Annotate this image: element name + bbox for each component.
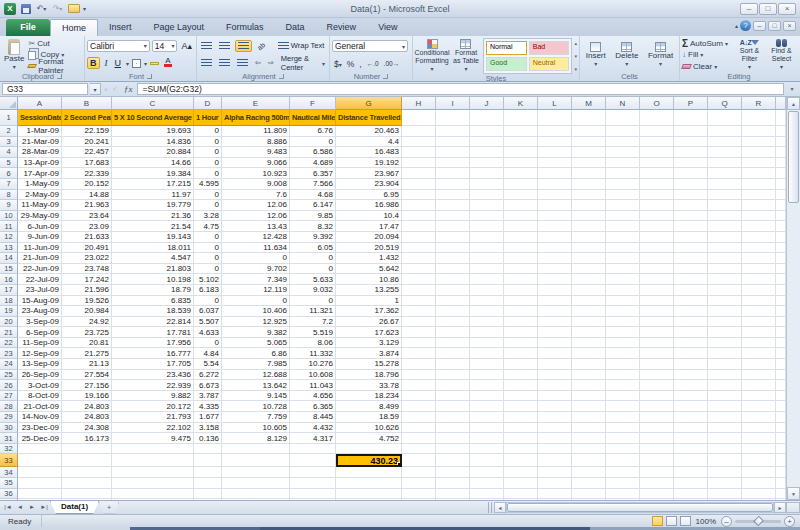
cell-M21[interactable] <box>572 327 606 338</box>
cell-F17[interactable]: 9.032 <box>290 285 336 296</box>
cell-O7[interactable] <box>640 179 674 190</box>
cell-F34[interactable] <box>290 467 336 478</box>
cell-G5[interactable]: 19.192 <box>336 158 402 169</box>
column-header-C[interactable]: C <box>112 97 194 110</box>
align-right-button[interactable] <box>235 57 250 69</box>
cell-A31[interactable]: 25-Dec-09 <box>18 433 62 444</box>
cell-O37[interactable] <box>640 499 674 500</box>
cell-P25[interactable] <box>674 370 708 381</box>
last-sheet-button[interactable]: ►| <box>38 502 50 513</box>
cell-J14[interactable] <box>470 253 504 264</box>
cell-I20[interactable] <box>436 317 470 328</box>
cell-R30[interactable] <box>742 423 776 434</box>
cell-I7[interactable] <box>436 179 470 190</box>
cell-R15[interactable] <box>742 264 776 275</box>
cell-C3[interactable]: 14.836 <box>112 137 194 148</box>
cell-L31[interactable] <box>538 433 572 444</box>
cell-P31[interactable] <box>674 433 708 444</box>
cell-L29[interactable] <box>538 412 572 423</box>
column-header-E[interactable]: E <box>222 97 290 110</box>
cell-A18[interactable]: 15-Aug-09 <box>18 296 62 307</box>
cell-L15[interactable] <box>538 264 572 275</box>
cell-N6[interactable] <box>606 168 640 179</box>
cell-I24[interactable] <box>436 359 470 370</box>
column-header-Q[interactable]: Q <box>708 97 742 110</box>
cell-M2[interactable] <box>572 126 606 137</box>
cell-A14[interactable]: 21-Jun-09 <box>18 253 62 264</box>
cell-O10[interactable] <box>640 211 674 222</box>
cell-A29[interactable]: 14-Nov-09 <box>18 412 62 423</box>
cell-P18[interactable] <box>674 296 708 307</box>
cell-R4[interactable] <box>742 147 776 158</box>
cell-D4[interactable]: 0 <box>194 147 222 158</box>
insert-worksheet-button[interactable]: + <box>99 502 119 514</box>
cell-H25[interactable] <box>402 370 436 381</box>
cell-D36[interactable] <box>194 489 222 500</box>
cell-L11[interactable] <box>538 221 572 232</box>
ribbon-tab-review[interactable]: Review <box>316 19 368 36</box>
cell-J19[interactable] <box>470 306 504 317</box>
cell-I30[interactable] <box>436 423 470 434</box>
vertical-scrollbar[interactable]: ▲ ▼ <box>786 97 800 500</box>
cell-B9[interactable]: 21.963 <box>62 200 112 211</box>
cell-K36[interactable] <box>504 489 538 500</box>
cell-E20[interactable]: 12.925 <box>222 317 290 328</box>
cell-D21[interactable]: 4.633 <box>194 327 222 338</box>
cell-H22[interactable] <box>402 338 436 349</box>
cell-G25[interactable]: 18.796 <box>336 370 402 381</box>
cell-J10[interactable] <box>470 211 504 222</box>
cell-F33[interactable] <box>290 454 336 467</box>
cell-K9[interactable] <box>504 200 538 211</box>
cell-H12[interactable] <box>402 232 436 243</box>
cell-H29[interactable] <box>402 412 436 423</box>
cell-L10[interactable] <box>538 211 572 222</box>
cell-H31[interactable] <box>402 433 436 444</box>
cell-B37[interactable] <box>62 499 112 500</box>
cell-D30[interactable]: 3.158 <box>194 423 222 434</box>
cell-O6[interactable] <box>640 168 674 179</box>
cell-F2[interactable]: 6.76 <box>290 126 336 137</box>
cell-P27[interactable] <box>674 391 708 402</box>
cell-E23[interactable]: 6.86 <box>222 348 290 359</box>
cell-N24[interactable] <box>606 359 640 370</box>
cell-D33[interactable] <box>194 454 222 467</box>
workbook-close-button[interactable]: × <box>783 21 796 31</box>
cell-E7[interactable]: 9.008 <box>222 179 290 190</box>
cell-J9[interactable] <box>470 200 504 211</box>
clear-button[interactable]: Clear▾ <box>682 61 732 71</box>
cell-C11[interactable]: 21.54 <box>112 221 194 232</box>
row-header-4[interactable]: 4 <box>0 147 18 158</box>
cell-C33[interactable] <box>112 454 194 467</box>
cell-L3[interactable] <box>538 137 572 148</box>
cell-J27[interactable] <box>470 391 504 402</box>
column-header-R[interactable]: R <box>742 97 776 110</box>
cell-C2[interactable]: 19.693 <box>112 126 194 137</box>
cell-F16[interactable]: 5.633 <box>290 274 336 285</box>
cell-R36[interactable] <box>742 489 776 500</box>
align-middle-button[interactable] <box>217 40 232 52</box>
find-select-button[interactable]: Find & Select▾ <box>767 38 796 72</box>
row-header-17[interactable]: 17 <box>0 285 18 296</box>
cell-E3[interactable]: 8.886 <box>222 137 290 148</box>
cell-F7[interactable]: 7.566 <box>290 179 336 190</box>
cell-N23[interactable] <box>606 348 640 359</box>
cell-M26[interactable] <box>572 380 606 391</box>
zoom-slider-thumb[interactable] <box>753 515 764 526</box>
accounting-format-button[interactable]: $▾ <box>334 59 342 69</box>
cell-G31[interactable]: 4.752 <box>336 433 402 444</box>
cell-G35[interactable] <box>336 478 402 489</box>
cell-A24[interactable]: 13-Sep-09 <box>18 359 62 370</box>
align-bottom-button[interactable] <box>235 40 252 52</box>
cell-C27[interactable]: 9.882 <box>112 391 194 402</box>
cell-I14[interactable] <box>436 253 470 264</box>
cell-I10[interactable] <box>436 211 470 222</box>
cell-R28[interactable] <box>742 401 776 412</box>
cell-H16[interactable] <box>402 274 436 285</box>
cell-J25[interactable] <box>470 370 504 381</box>
cell-Q10[interactable] <box>708 211 742 222</box>
cell-C14[interactable]: 4.547 <box>112 253 194 264</box>
cell-I19[interactable] <box>436 306 470 317</box>
cell-M9[interactable] <box>572 200 606 211</box>
cell-E2[interactable]: 11.809 <box>222 126 290 137</box>
cell-K14[interactable] <box>504 253 538 264</box>
